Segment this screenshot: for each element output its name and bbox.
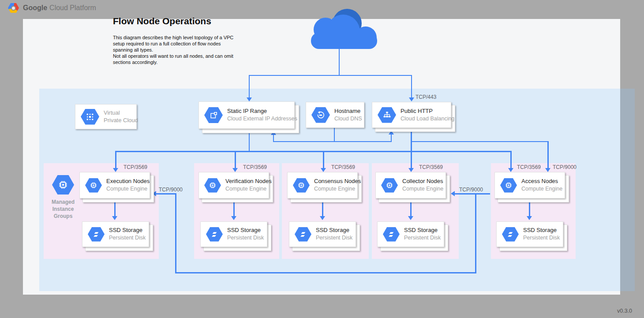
gcp-logo: Google Cloud Platform [8,3,96,13]
cloud-dns-icon [311,107,330,123]
hostname-title: Hostname [334,108,362,115]
arrow-into-execution [113,168,118,172]
edge-dns-to-staticip [273,135,274,142]
card-verification-nodes: Verification Nodes Compute Engine [198,172,269,198]
edge-cloud-branch [249,75,412,76]
edge-cloud-to-staticip [249,75,250,98]
public-http-title: Public HTTP [401,108,454,115]
edge-access-route-up [175,194,176,273]
card-public-http: Public HTTP Cloud Load Balancing [372,102,451,128]
execution-nodes-subtitle: Compute Engine [106,185,150,192]
persistent-disk-icon [502,227,519,242]
edge-dns-to-publichttp [391,135,392,142]
compute-engine-icon [204,178,221,193]
arrow-into-access-9000 [545,168,550,172]
arrow-execution-to-ssd [112,216,117,220]
access-nodes-subtitle: Compute Engine [521,185,562,192]
edge-verification-to-ssd [233,202,235,216]
edge-into-execution-right [156,193,176,195]
description-paragraph-1: This diagram describes the high level to… [113,34,235,53]
ssd-execution-subtitle: Persistent Disk [109,234,146,241]
label-collector-port: TCP/3569 [419,164,443,170]
card-execution-nodes: Execution Nodes Compute Engine [79,172,150,198]
static-ip-title: Static IP Range [227,108,297,115]
verification-nodes-title: Verification Nodes [225,178,272,185]
label-tcp443: TCP/443 [416,94,436,100]
consensus-nodes-title: Consensus Nodes [314,178,361,185]
verification-nodes-subtitle: Compute Engine [225,185,272,192]
description-paragraph-2: Not all operators will want to run all n… [113,53,235,65]
logo-text-bold: Google [23,4,47,12]
arrow-into-verification [232,168,238,172]
access-nodes-title: Access Nodes [521,178,562,185]
execution-nodes-title: Execution Nodes [106,178,150,185]
diagram-stage: Google Cloud Platform Flow Node Operatio… [0,0,644,318]
card-static-ip-range: Static IP Range Cloud External IP Addres… [198,101,295,129]
label-consensus-port: TCP/3569 [331,164,355,170]
edge-staticip-stem [249,131,250,152]
ssd-consensus-subtitle: Persistent Disk [316,234,352,241]
label-access-port: TCP/3569 [517,164,541,170]
vpc-icon [81,109,99,125]
card-ssd-collector: SSD Storage Persistent Disk [377,221,444,247]
arrow-into-collector [408,168,414,172]
vpc-label-line1: Virtual [104,109,138,117]
edge-hostname-stem [334,127,335,142]
ssd-consensus-title: SSD Storage [316,227,352,234]
edge-dns-branch [273,141,392,142]
arrow-access-to-ssd [527,216,532,220]
edge-consensus-to-ssd [322,202,323,216]
edge-access-route-bottom [175,272,476,273]
card-access-nodes: Access Nodes Compute Engine [494,172,565,198]
compute-engine-icon [293,178,310,193]
edge-execution-to-ssd [114,202,116,216]
consensus-nodes-subtitle: Compute Engine [314,185,361,192]
edge-publichttp-branch-right [411,141,548,142]
arrow-into-collector-right [451,191,455,196]
version-label: v0.3.0 [617,308,632,314]
arrow-into-staticip-top [247,97,252,101]
persistent-disk-icon [88,227,105,242]
label-verification-port: TCP/3569 [243,164,267,170]
gcp-logo-ring [11,6,16,11]
managed-instance-groups-label: Managed Instance Groups [44,198,82,220]
gcp-logo-hexagon-icon [8,3,19,13]
label-collector-in-port: TCP/9000 [459,187,483,193]
label-access-port2: TCP/9000 [553,164,577,170]
arrow-into-publichttp-top [409,97,414,101]
edge-publichttp-to-collector [411,127,412,168]
edge-drop-access-9000 [547,141,549,168]
ssd-execution-title: SSD Storage [109,227,146,234]
card-ssd-access: SSD Storage Persistent Disk [496,221,563,247]
persistent-disk-icon [206,227,223,242]
logo-text-light: Cloud Platform [49,4,96,12]
persistent-disk-icon [383,227,400,242]
internet-cloud-icon [301,7,381,49]
edge-main-bus [116,151,512,152]
edge-cloud-stem [339,48,340,76]
arrow-collector-to-ssd [408,216,413,220]
external-ip-icon [204,107,223,123]
collector-nodes-subtitle: Compute Engine [402,185,443,192]
card-ssd-verification: SSD Storage Persistent Disk [200,221,267,247]
arrow-consensus-to-ssd [320,216,325,220]
compute-engine-icon [85,178,102,193]
edge-access-route-down [475,193,476,273]
label-execution-port: TCP/3569 [124,164,147,170]
edge-drop-execution [115,151,116,168]
persistent-disk-icon [295,227,311,242]
load-balancer-icon [378,107,396,123]
arrow-into-consensus [321,168,326,172]
edge-cloud-to-publichttp [411,75,412,98]
compute-engine-icon [381,178,398,193]
edge-access-to-collector [455,193,490,195]
card-hostname: Hostname Cloud DNS [306,102,364,128]
card-ssd-execution: SSD Storage Persistent Disk [82,221,149,247]
vpc-label-line2: Private Cloud [104,117,138,124]
edge-drop-access-3569 [510,151,512,168]
card-collector-nodes: Collector Nodes Compute Engine [375,172,446,198]
ssd-collector-title: SSD Storage [404,227,441,234]
arrow-into-access-3569 [508,168,513,172]
card-consensus-nodes: Consensus Nodes Compute Engine [287,172,358,198]
public-http-subtitle: Cloud Load Balancing [401,115,454,122]
